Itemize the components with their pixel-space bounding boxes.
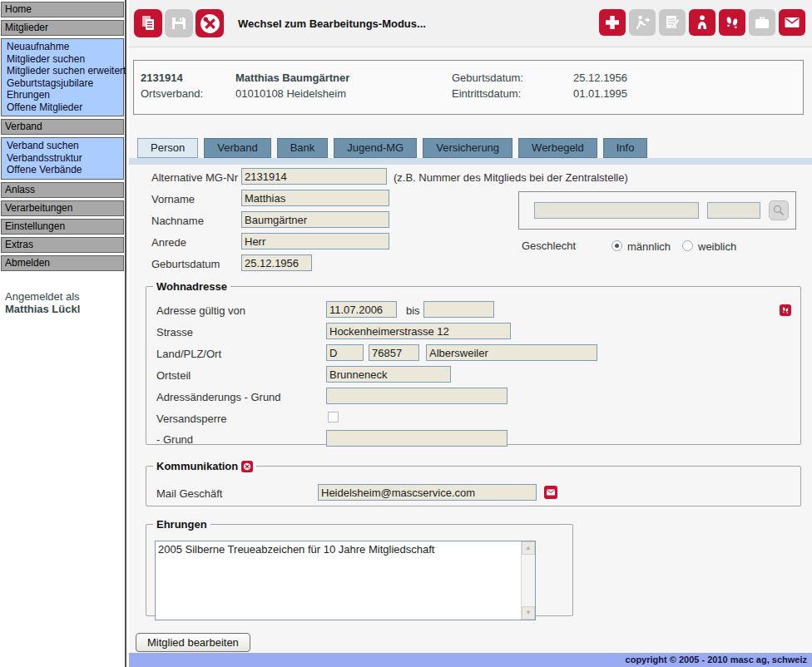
tab-werbegeld[interactable]: Werbegeld [518,138,597,158]
geschlecht-weiblich-radio[interactable] [682,240,693,251]
footprints-small-icon[interactable] [780,304,791,316]
adresse-gueltig-von-field[interactable] [326,301,397,318]
sidebar-item-abmelden[interactable]: Abmelden [1,255,124,271]
ortsteil-label: Ortsteil [156,369,191,382]
sidebar-item-ehrungen[interactable]: Ehrungen [7,89,123,101]
sidebar-item-mitglieder[interactable]: Mitglieder [1,20,124,36]
ehrungen-textarea[interactable]: 2005 Silberne Treueabzeichen für 10 Jahr… [155,541,536,620]
sidebar-item-verbandsstruktur[interactable]: Verbandsstruktur [7,152,123,165]
mail-glyph [783,13,801,32]
footprints-icon[interactable] [719,9,745,36]
eintrittsdatum-value: 01.01.1995 [573,87,627,100]
mail-geschaeft-label: Mail Geschäft [156,487,222,500]
person-icon[interactable] [689,9,715,36]
tab-jugend-mg[interactable]: Jugend-MG [334,138,417,158]
adresse-gueltig-von-label: Adresse gültig von [156,304,245,317]
adresse-gueltig-bis-field[interactable] [423,301,494,318]
toolbar-right-icons [599,9,805,36]
sidebar-item-einstellungen[interactable]: Einstellungen [1,219,124,235]
geburtsdatum-field[interactable] [241,254,312,271]
alternative-mg-nr-label: Alternative MG-Nr [151,171,238,184]
tab-underline-bar [129,158,812,165]
sidebar-item-anlass[interactable]: Anlass [1,182,124,198]
sidebar-item-offene-verbaende[interactable]: Offene Verbände [7,164,123,176]
ort-field[interactable] [426,344,597,361]
sidebar-item-offene-mitglieder[interactable]: Offene Mitglieder [7,101,123,114]
geburtsdatum-field-label: Geburtsdatum [151,258,220,270]
photo-field-1[interactable] [534,202,699,219]
sidebar-item-verband-suchen[interactable]: Verband suchen [7,140,123,152]
tools-glyph [199,12,221,35]
person-glyph [694,14,710,31]
save-glyph [170,14,188,32]
versandsperre-checkbox[interactable] [328,412,339,422]
plz-field[interactable] [369,344,419,361]
mail-geschaeft-field[interactable] [318,484,537,501]
tab-person[interactable]: Person [137,138,198,158]
exit-run-icon [629,9,656,36]
tools-small-icon[interactable] [241,461,253,472]
land-field[interactable] [326,344,364,361]
adressaenderungs-grund-field[interactable] [326,388,508,404]
tab-info[interactable]: Info [603,138,648,158]
vorname-label: Vorname [151,193,195,205]
ortsteil-field[interactable] [326,366,451,383]
ortsverband-value: 01010108 Heidelsheim [235,87,346,100]
tab-strip: Person Verband Bank Jugend-MG Versicheru… [137,138,653,158]
grund-field[interactable] [326,430,508,447]
alternative-mg-nr-field[interactable] [241,168,387,185]
strasse-label: Strasse [156,326,193,338]
sidebar-item-home[interactable]: Home [1,2,124,17]
sidebar-item-mitglieder-suchen[interactable]: Mitglieder suchen [7,53,123,66]
member-number: 2131914 [141,72,183,84]
nachname-field[interactable] [241,211,389,228]
tab-verband[interactable]: Verband [204,138,270,158]
note-glyph [663,13,681,32]
sidebar-item-neuaufnahme[interactable]: Neuaufnahme [7,41,123,53]
edit-mode-tools-icon[interactable] [196,9,224,37]
member-name: Matthias Baumgärtner [235,72,349,84]
nachname-label: Nachname [151,215,204,227]
anrede-field[interactable] [241,233,389,250]
save-icon [165,9,193,37]
photo-search-box [518,191,796,230]
ehrungen-text: 2005 Silberne Treueabzeichen für 10 Jahr… [158,543,518,556]
copy-pages-icon[interactable] [134,9,162,37]
kommunikation-legend: Kommunikation [153,460,256,472]
sidebar-item-verband[interactable]: Verband [1,119,124,135]
geschlecht-maennlich-label: männlich [627,240,671,253]
geburtsdatum-value: 25.12.1956 [573,72,627,84]
wohnadresse-legend: Wohnadresse [153,280,230,293]
strasse-field[interactable] [326,323,511,339]
ehrungen-scrollbar[interactable]: ▲ ▼ [521,541,535,620]
magnifier-glyph [772,204,785,217]
sidebar-item-geburtstagsjubilare[interactable]: Geburtstagsjubilare [7,77,123,90]
sidebar-item-verarbeitungen[interactable]: Verarbeitungen [1,200,124,216]
mail-icon[interactable] [779,9,805,36]
alternative-mg-nr-hint: (z.B. Nummer des Mitglieds bei der Zentr… [394,171,628,184]
briefcase-icon [749,9,775,36]
sidebar-item-mitglieder-suchen-erweitert[interactable]: Mitglieder suchen erweitert [7,65,123,77]
mail-small-icon[interactable] [544,486,557,499]
tools-small-glyph [243,462,251,471]
tab-bank[interactable]: Bank [277,138,329,158]
photo-field-2[interactable] [707,202,760,219]
mode-status-text: Wechsel zum Bearbeitungs-Modus... [238,17,426,30]
main-area: Wechsel zum Bearbeitungs-Modus... [129,0,812,667]
land-plz-ort-label: Land/PLZ/Ort [156,348,221,360]
first-aid-cross-icon[interactable] [599,9,626,36]
anrede-label: Anrede [151,236,186,249]
search-icon[interactable] [769,200,789,220]
scroll-up-icon[interactable]: ▲ [522,541,535,555]
footprints-small-glyph [781,306,790,314]
run-glyph [633,13,651,32]
sidebar: Home Mitglieder Neuaufnahme Mitglieder s… [0,0,126,667]
sidebar-item-extras[interactable]: Extras [1,237,124,253]
scroll-down-icon[interactable]: ▼ [522,606,535,620]
geschlecht-maennlich-radio[interactable] [611,240,622,251]
logged-in-label: Angemeldet als [5,290,80,303]
vorname-field[interactable] [241,190,389,206]
tab-versicherung[interactable]: Versicherung [423,138,512,158]
mitglied-bearbeiten-button[interactable]: Mitglied bearbeiten [136,633,250,652]
logged-in-info: Angemeldet als Matthias Lückl [5,290,80,315]
